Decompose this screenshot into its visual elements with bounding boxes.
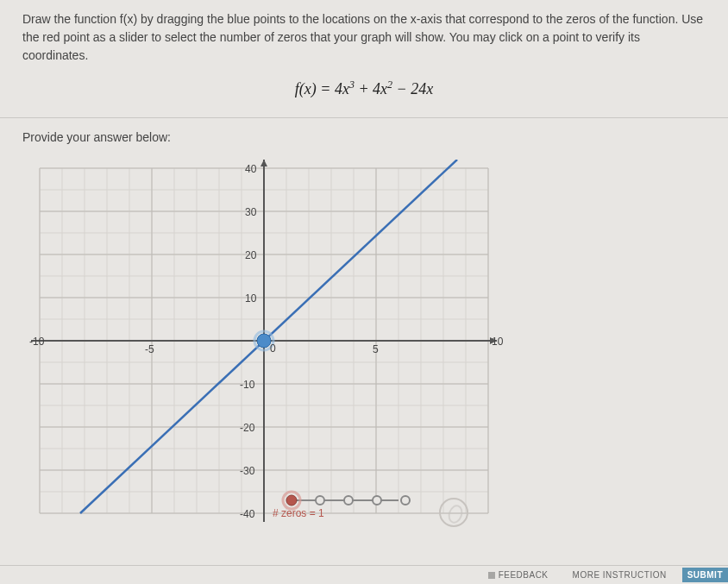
- y-tick-30: 30: [245, 206, 257, 218]
- answer-prompt: Provide your answer below:: [22, 130, 706, 144]
- instructions-line1: Draw the function f(x) by dragging the b…: [22, 12, 630, 26]
- function-formula: f(x) = 4x3 + 4x2 − 24x: [22, 78, 706, 98]
- submit-button[interactable]: SUBMIT: [682, 568, 728, 582]
- x-tick-pos10: 10: [492, 336, 504, 348]
- y-tick-n10: -10: [240, 379, 255, 391]
- section-divider: [0, 117, 728, 118]
- zeros-option-3[interactable]: [344, 496, 353, 505]
- zeros-option-2[interactable]: [316, 496, 324, 505]
- x-tick-pos5: 5: [373, 343, 379, 355]
- zeros-count-label: # zeros = 1: [273, 507, 324, 519]
- y-tick-n30: -30: [240, 465, 255, 477]
- graph-area[interactable]: -10 -5 0 5 10 40 30 20 10 -10 -20 -30 -4…: [22, 160, 505, 531]
- instructions-text: Draw the function f(x) by dragging the b…: [22, 10, 706, 65]
- hint-circle-icon[interactable]: [439, 498, 468, 527]
- x-tick-neg10: -10: [29, 336, 45, 348]
- svg-marker-50: [260, 160, 267, 166]
- zeros-option-4[interactable]: [373, 496, 381, 505]
- y-tick-n40: -40: [240, 508, 255, 520]
- blue-zero-point[interactable]: [257, 334, 271, 348]
- y-tick-20: 20: [245, 249, 257, 261]
- zeros-option-5[interactable]: [401, 496, 410, 505]
- more-instruction-button[interactable]: MORE INSTRUCTION: [564, 568, 675, 582]
- x-tick-neg5: -5: [145, 343, 154, 355]
- footer-bar: FEEDBACK MORE INSTRUCTION SUBMIT: [0, 565, 728, 584]
- y-tick-n20: -20: [240, 422, 255, 434]
- feedback-button[interactable]: FEEDBACK: [480, 568, 557, 582]
- y-tick-40: 40: [245, 163, 257, 175]
- y-tick-10: 10: [245, 292, 257, 305]
- zeros-slider-handle[interactable]: [286, 495, 297, 506]
- x-tick-zero: 0: [270, 342, 276, 355]
